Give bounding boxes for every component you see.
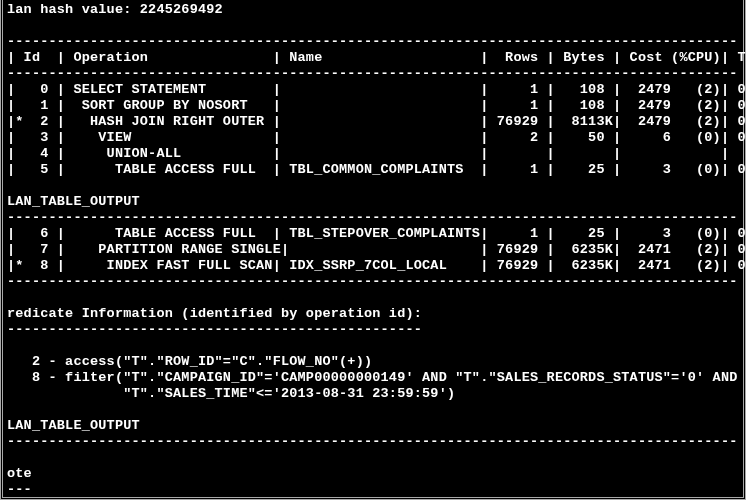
blank-line bbox=[7, 18, 739, 34]
blank-line bbox=[7, 338, 739, 354]
predicate-title: redicate Information (identified by oper… bbox=[7, 306, 739, 322]
predicate-divider: ----------------------------------------… bbox=[7, 322, 739, 338]
section-heading: LAN_TABLE_OUTPUT bbox=[7, 194, 739, 210]
blank-line bbox=[7, 178, 739, 194]
predicate-line: 2 - access("T"."ROW_ID"="C"."FLOW_NO"(+)… bbox=[7, 354, 739, 370]
predicate-line: 8 - filter("T"."CAMPAIGN_ID"='CAMP000000… bbox=[7, 370, 739, 386]
terminal-frame: { "hash_line": "lan hash value: 22452694… bbox=[0, 0, 746, 500]
plan-row: | 5 | TABLE ACCESS FULL | TBL_COMMON_COM… bbox=[7, 162, 739, 178]
plan-row: | 4 | UNION-ALL | | | | | bbox=[7, 146, 739, 162]
section-heading: LAN_TABLE_OUTPUT bbox=[7, 418, 739, 434]
plan-row: | 7 | PARTITION RANGE SINGLE| | 76929 | … bbox=[7, 242, 739, 258]
divider-line: ----------------------------------------… bbox=[7, 434, 739, 450]
divider-line: ----------------------------------------… bbox=[7, 66, 739, 82]
blank-line bbox=[7, 402, 739, 418]
plan-header-row: | Id | Operation | Name | Rows | Bytes |… bbox=[7, 50, 739, 66]
blank-line bbox=[7, 450, 739, 466]
hash-value-line: lan hash value: 2245269492 bbox=[7, 2, 739, 18]
plan-row: | 6 | TABLE ACCESS FULL | TBL_STEPOVER_C… bbox=[7, 226, 739, 242]
plan-row: |* 8 | INDEX FAST FULL SCAN| IDX_SSRP_7C… bbox=[7, 258, 739, 274]
divider-line: ----------------------------------------… bbox=[7, 210, 739, 226]
plan-row: | 3 | VIEW | | 2 | 50 | 6 (0)| 00:00:01 bbox=[7, 130, 739, 146]
divider-line: ----------------------------------------… bbox=[7, 34, 739, 50]
plan-row: | 0 | SELECT STATEMENT | | 1 | 108 | 247… bbox=[7, 82, 739, 98]
blank-line bbox=[7, 290, 739, 306]
plan-row: | 1 | SORT GROUP BY NOSORT | | 1 | 108 |… bbox=[7, 98, 739, 114]
predicate-line: "T"."SALES_TIME"<='2013-08-31 23:59:59') bbox=[7, 386, 739, 402]
divider-line: ----------------------------------------… bbox=[7, 274, 739, 290]
note-label: ote bbox=[7, 466, 739, 482]
note-divider: --- bbox=[7, 482, 739, 498]
plan-row: |* 2 | HASH JOIN RIGHT OUTER | | 76929 |… bbox=[7, 114, 739, 130]
